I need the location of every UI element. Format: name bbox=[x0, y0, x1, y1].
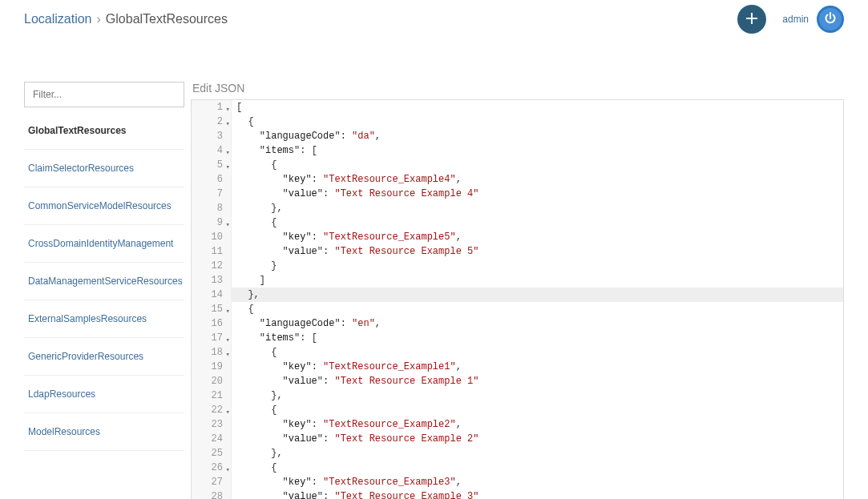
code-line[interactable]: 3 "languageCode": "da", bbox=[192, 129, 843, 143]
code-line[interactable]: 28 "value": "Text Resource Example 3" bbox=[192, 489, 843, 499]
code-line[interactable]: 9▾ { bbox=[192, 215, 843, 230]
line-number: 16 bbox=[192, 316, 232, 331]
power-icon bbox=[824, 12, 837, 27]
sidebar-item-datamanagementserviceresources[interactable]: DataManagementServiceResources bbox=[24, 263, 184, 300]
line-content[interactable]: ] bbox=[232, 273, 843, 288]
line-content[interactable]: "key": "TextResource_Example3", bbox=[232, 475, 843, 489]
line-content[interactable]: } bbox=[232, 259, 843, 273]
breadcrumb-separator: › bbox=[97, 12, 101, 26]
code-line[interactable]: 1▾[ bbox=[192, 100, 843, 115]
sidebar-item-crossdomainidentitymanagement[interactable]: CrossDomainIdentityManagement bbox=[24, 225, 184, 263]
line-number: 27 bbox=[192, 475, 232, 489]
line-number: 4▾ bbox=[192, 143, 232, 158]
line-content[interactable]: { bbox=[232, 345, 843, 360]
sidebar-item-commonservicemodelresources[interactable]: CommonServiceModelResources bbox=[24, 187, 184, 225]
line-number: 1▾ bbox=[192, 100, 232, 115]
sidebar-item-modelresources[interactable]: ModelResources bbox=[24, 413, 184, 451]
code-line[interactable]: 16 "languageCode": "en", bbox=[192, 316, 843, 331]
line-content[interactable]: "items": [ bbox=[232, 143, 843, 158]
sidebar-item-genericproviderresources[interactable]: GenericProviderResources bbox=[24, 338, 184, 376]
code-line[interactable]: 2▾ { bbox=[192, 115, 843, 129]
json-editor[interactable]: 1▾[2▾ {3 "languageCode": "da",4▾ "items"… bbox=[191, 99, 844, 499]
code-line[interactable]: 19 "key": "TextResource_Example1", bbox=[192, 360, 843, 374]
line-content[interactable]: "key": "TextResource_Example1", bbox=[232, 360, 843, 374]
code-line[interactable]: 11 "value": "Text Resource Example 5" bbox=[192, 244, 843, 259]
code-line[interactable]: 8 }, bbox=[192, 201, 843, 215]
code-line[interactable]: 12 } bbox=[192, 259, 843, 273]
main-content: GlobalTextResourcesClaimSelectorResource… bbox=[0, 82, 868, 499]
line-number: 17▾ bbox=[192, 331, 232, 345]
line-number: 8 bbox=[192, 201, 232, 215]
user-menu[interactable]: admin bbox=[782, 6, 844, 33]
line-content[interactable]: "languageCode": "da", bbox=[232, 129, 843, 143]
user-label: admin bbox=[782, 14, 809, 25]
line-number: 19 bbox=[192, 360, 232, 374]
editor-label: Edit JSON bbox=[191, 82, 844, 95]
line-number: 23 bbox=[192, 417, 232, 432]
code-line[interactable]: 17▾ "items": [ bbox=[192, 331, 843, 345]
code-line[interactable]: 15▾ { bbox=[192, 302, 843, 316]
line-number: 7 bbox=[192, 187, 232, 201]
line-content[interactable]: }, bbox=[232, 388, 843, 403]
line-content[interactable]: "value": "Text Resource Example 5" bbox=[232, 244, 843, 259]
line-content[interactable]: }, bbox=[232, 201, 843, 215]
code-line[interactable]: 26▾ { bbox=[192, 461, 843, 475]
line-content[interactable]: "key": "TextResource_Example2", bbox=[232, 417, 843, 432]
line-content[interactable]: }, bbox=[232, 446, 843, 461]
line-content[interactable]: "value": "Text Resource Example 4" bbox=[232, 187, 843, 201]
sidebar-item-claimselectorresources[interactable]: ClaimSelectorResources bbox=[24, 150, 184, 187]
line-number: 22▾ bbox=[192, 403, 232, 417]
line-number: 28 bbox=[192, 489, 232, 499]
line-number: 18▾ bbox=[192, 345, 232, 360]
add-button[interactable] bbox=[737, 5, 766, 34]
code-line[interactable]: 20 "value": "Text Resource Example 1" bbox=[192, 374, 843, 388]
line-content[interactable]: { bbox=[232, 461, 843, 475]
code-line[interactable]: 4▾ "items": [ bbox=[192, 143, 843, 158]
code-line[interactable]: 6 "key": "TextResource_Example4", bbox=[192, 172, 843, 187]
code-line[interactable]: 7 "value": "Text Resource Example 4" bbox=[192, 187, 843, 201]
line-content[interactable]: "key": "TextResource_Example4", bbox=[232, 172, 843, 187]
line-number: 10 bbox=[192, 230, 232, 244]
line-number: 5▾ bbox=[192, 158, 232, 172]
sidebar-item-externalsamplesresources[interactable]: ExternalSamplesResources bbox=[24, 300, 184, 338]
line-content[interactable]: { bbox=[232, 158, 843, 172]
code-line[interactable]: 22▾ { bbox=[192, 403, 843, 417]
code-line[interactable]: 25 }, bbox=[192, 446, 843, 461]
breadcrumb-parent-link[interactable]: Localization bbox=[24, 12, 92, 26]
sidebar-list: GlobalTextResourcesClaimSelectorResource… bbox=[24, 112, 184, 451]
sidebar: GlobalTextResourcesClaimSelectorResource… bbox=[24, 82, 184, 499]
line-content[interactable]: "value": "Text Resource Example 3" bbox=[232, 489, 843, 499]
sidebar-item-globaltextresources[interactable]: GlobalTextResources bbox=[24, 112, 184, 150]
line-content[interactable]: { bbox=[232, 215, 843, 230]
code-line[interactable]: 10 "key": "TextResource_Example5", bbox=[192, 230, 843, 244]
line-content[interactable]: "items": [ bbox=[232, 331, 843, 345]
code-line[interactable]: 27 "key": "TextResource_Example3", bbox=[192, 475, 843, 489]
code-line[interactable]: 13 ] bbox=[192, 273, 843, 288]
line-content[interactable]: "value": "Text Resource Example 2" bbox=[232, 432, 843, 446]
filter-input[interactable] bbox=[24, 82, 184, 107]
line-number: 2▾ bbox=[192, 115, 232, 129]
svg-rect-1 bbox=[746, 18, 757, 19]
code-line[interactable]: 23 "key": "TextResource_Example2", bbox=[192, 417, 843, 432]
page-header: Localization › GlobalTextResources admin bbox=[0, 0, 868, 42]
logout-button[interactable] bbox=[817, 6, 844, 33]
line-content[interactable]: "value": "Text Resource Example 1" bbox=[232, 374, 843, 388]
code-line[interactable]: 5▾ { bbox=[192, 158, 843, 172]
line-content[interactable]: { bbox=[232, 403, 843, 417]
code-line[interactable]: 18▾ { bbox=[192, 345, 843, 360]
line-content[interactable]: [ bbox=[232, 100, 843, 115]
code-line[interactable]: 24 "value": "Text Resource Example 2" bbox=[192, 432, 843, 446]
line-content[interactable]: { bbox=[232, 115, 843, 129]
line-content[interactable]: }, bbox=[232, 288, 843, 302]
sidebar-item-ldapresources[interactable]: LdapResources bbox=[24, 376, 184, 413]
code-line[interactable]: 21 }, bbox=[192, 388, 843, 403]
line-content[interactable]: "languageCode": "en", bbox=[232, 316, 843, 331]
code-line[interactable]: 14 }, bbox=[192, 288, 843, 302]
line-number: 12 bbox=[192, 259, 232, 273]
line-content[interactable]: { bbox=[232, 302, 843, 316]
breadcrumb-current: GlobalTextResources bbox=[106, 12, 228, 26]
line-content[interactable]: "key": "TextResource_Example5", bbox=[232, 230, 843, 244]
editor-panel: Edit JSON 1▾[2▾ {3 "languageCode": "da",… bbox=[191, 82, 844, 499]
header-actions: admin bbox=[737, 5, 844, 34]
line-number: 24 bbox=[192, 432, 232, 446]
